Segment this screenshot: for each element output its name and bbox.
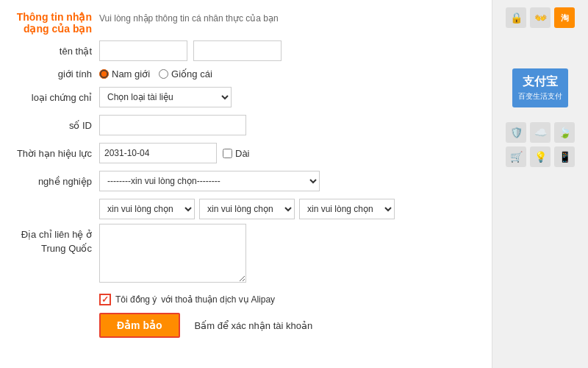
submit-row: Đảm bảo Bấm để xác nhận tài khoản [99,313,477,338]
nghe-nghiep-select[interactable]: --------xin vui lòng chọn-------- [99,171,320,191]
sidebar-top-icons: 🔒 👐 淘 [506,7,575,28]
nam-gioi-option[interactable]: Nam giới [99,68,150,79]
section-title: Thông tin nhận dạng của bạn [17,11,92,35]
address-textarea[interactable] [99,224,246,283]
dia-chi-selects: xin vui lòng chọn xin vui lòng chọn xin … [99,199,395,285]
agreement-row: Tôi đồng ý với thoả thuận dịch vụ Alipay [99,294,477,305]
sidebar-icon-grid: 🛡️ ☁️ 🍃 🛒 💡 📱 [506,122,575,167]
dai-checkbox[interactable] [223,149,232,158]
ten-that-row: tên thật [15,40,477,61]
alipay-box: 支付宝 百变生活支付 [512,68,568,107]
taobao-icon: 淘 [554,7,575,28]
main-content: Thông tin nhận dạng của bạn Vui lòng nhậ… [0,0,492,368]
nghe-nghiep-row: nghề nghiệp --------xin vui lòng chọn---… [15,171,477,191]
gioi-tinh-label: giới tính [15,68,99,79]
section-title-label: Thông tin nhận dạng của bạn [15,11,99,35]
address-dropdowns: xin vui lòng chọn xin vui lòng chọn xin … [99,199,395,219]
gioi-tinh-row: giới tính Nam giới Giống cái [15,68,477,79]
sidebar: 🔒 👐 淘 支付宝 百变生活支付 🛡️ ☁️ 🍃 🛒 💡 📱 [492,0,588,368]
loai-chung-chi-label: loại chứng chỉ [15,92,99,103]
dia-chi-row: Địa chỉ liên hệ ở Trung Quốc xin vui lòn… [15,199,477,285]
last-name-input[interactable] [193,40,282,61]
phone-icon: 📱 [554,146,575,167]
nam-gioi-label: Nam giới [112,68,150,79]
section-subtitle: Vui lòng nhập thông tin cá nhân thực của… [99,13,279,24]
shield-icon: 🛡️ [506,122,526,143]
thoi-han-input-group: Dài [99,143,250,163]
thoi-han-row: Thời hạn hiệu lực Dài [15,143,477,163]
province-select[interactable]: xin vui lòng chọn [99,199,195,219]
agreement-with-text: với thoả thuận dịch vụ Alipay [161,294,275,305]
loai-chung-chi-row: loại chứng chỉ Chọn loại tài liệu [15,87,477,107]
alipay-sub: 百变生活支付 [518,91,562,102]
bulb-icon: 💡 [530,146,551,167]
loai-chung-chi-select[interactable]: Chọn loại tài liệu [99,87,232,107]
leaf-icon: 🍃 [554,122,575,143]
agreement-checkbox[interactable] [99,294,111,305]
giong-cai-label: Giống cái [171,68,212,79]
thoi-han-input[interactable] [99,143,217,163]
hand-icon: 👐 [530,7,551,28]
thoi-han-label: Thời hạn hiệu lực [15,148,99,159]
agreement-toi-dong-y: Tôi đồng ý [115,294,157,305]
submit-button[interactable]: Đảm bảo [99,313,180,338]
cloud-icon: ☁️ [530,122,551,143]
submit-hint: Bấm để xác nhận tài khoản [195,320,313,331]
gioi-tinh-group: Nam giới Giống cái [99,68,212,79]
so-id-input[interactable] [99,115,246,135]
city-select[interactable]: xin vui lòng chọn [199,199,295,219]
ten-that-label: tên thật [15,46,99,57]
cart-icon: 🛒 [506,146,526,167]
nam-gioi-radio[interactable] [99,69,109,79]
giong-cai-radio[interactable] [159,69,168,79]
district-select[interactable]: xin vui lòng chọn [299,199,395,219]
dia-chi-label: Địa chỉ liên hệ ở Trung Quốc [15,228,99,255]
dai-label: Dài [235,148,250,159]
dai-option[interactable]: Dài [223,148,250,159]
nghe-nghiep-label: nghề nghiệp [15,176,99,187]
alipay-title: 支付宝 [518,74,562,90]
so-id-label: số ID [15,120,99,131]
lock-icon: 🔒 [506,7,526,28]
so-id-row: số ID [15,115,477,135]
first-name-input[interactable] [99,40,187,61]
giong-cai-option[interactable]: Giống cái [159,68,212,79]
